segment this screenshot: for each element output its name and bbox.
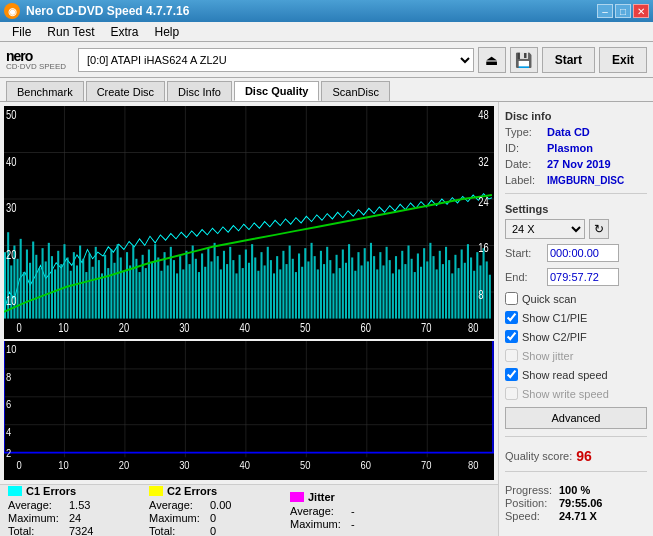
menu-file[interactable]: File bbox=[4, 23, 39, 41]
svg-rect-36 bbox=[82, 259, 84, 319]
c2-max-label: Maximum: bbox=[149, 512, 209, 524]
svg-rect-45 bbox=[110, 249, 112, 318]
lower-chart: 10 8 6 4 2 0 10 20 30 40 50 60 70 80 bbox=[4, 341, 494, 481]
svg-text:80: 80 bbox=[468, 321, 478, 334]
c1-max-val: 24 bbox=[69, 512, 119, 524]
tab-benchmark[interactable]: Benchmark bbox=[6, 81, 84, 101]
menu-run-test[interactable]: Run Test bbox=[39, 23, 102, 41]
logo-sub: CD·DVD SPEED bbox=[6, 63, 66, 71]
c2-total-val: 0 bbox=[210, 525, 260, 537]
divider-3 bbox=[505, 471, 647, 472]
read-speed-checkbox[interactable] bbox=[505, 368, 518, 381]
title-bar: ◉ Nero CD-DVD Speed 4.7.7.16 – □ ✕ bbox=[0, 0, 653, 22]
svg-rect-136 bbox=[395, 256, 397, 318]
quick-scan-label: Quick scan bbox=[522, 293, 576, 305]
svg-rect-71 bbox=[192, 246, 194, 319]
save-button[interactable]: 💾 bbox=[510, 47, 538, 73]
svg-rect-129 bbox=[373, 256, 375, 318]
tab-disc-quality[interactable]: Disc Quality bbox=[234, 81, 320, 101]
advanced-button[interactable]: Advanced bbox=[505, 407, 647, 429]
menu-bar: File Run Test Extra Help bbox=[0, 22, 653, 42]
refresh-button[interactable]: ↻ bbox=[589, 219, 609, 239]
speed-row2: Speed: 24.71 X bbox=[505, 510, 647, 522]
c1-color bbox=[8, 486, 22, 496]
exit-button[interactable]: Exit bbox=[599, 47, 647, 73]
svg-rect-157 bbox=[461, 249, 463, 318]
svg-rect-85 bbox=[235, 273, 237, 318]
svg-rect-165 bbox=[486, 261, 488, 318]
close-button[interactable]: ✕ bbox=[633, 4, 649, 18]
type-val: Data CD bbox=[547, 126, 590, 138]
svg-rect-137 bbox=[398, 269, 400, 318]
svg-rect-116 bbox=[332, 273, 334, 318]
svg-rect-102 bbox=[289, 246, 291, 319]
svg-rect-81 bbox=[223, 251, 225, 319]
jitter-checkbox[interactable] bbox=[505, 349, 518, 362]
speed-val: 24.71 X bbox=[559, 510, 597, 522]
svg-rect-119 bbox=[342, 249, 344, 318]
disc-info-label: Disc info bbox=[505, 110, 647, 122]
eject-button[interactable]: ⏏ bbox=[478, 47, 506, 73]
c1-avg-label: Average: bbox=[8, 499, 68, 511]
svg-rect-140 bbox=[407, 246, 409, 319]
minimize-button[interactable]: – bbox=[597, 4, 613, 18]
speed-select[interactable]: Maximum4 X8 X16 X24 X32 X40 X48 X bbox=[505, 219, 585, 239]
tab-bar: Benchmark Create Disc Disc Info Disc Qua… bbox=[0, 78, 653, 102]
svg-rect-98 bbox=[276, 256, 278, 318]
start-key: Start: bbox=[505, 247, 543, 259]
write-speed-checkbox[interactable] bbox=[505, 387, 518, 400]
c2pif-checkbox[interactable] bbox=[505, 330, 518, 343]
progress-val: 100 % bbox=[559, 484, 590, 496]
tab-disc-info[interactable]: Disc Info bbox=[167, 81, 232, 101]
maximize-button[interactable]: □ bbox=[615, 4, 631, 18]
svg-text:50: 50 bbox=[6, 108, 16, 121]
write-speed-row[interactable]: Show write speed bbox=[505, 387, 647, 400]
svg-rect-61 bbox=[160, 271, 162, 319]
menu-extra[interactable]: Extra bbox=[102, 23, 146, 41]
svg-rect-30 bbox=[63, 244, 65, 318]
svg-rect-139 bbox=[404, 264, 406, 318]
svg-text:24: 24 bbox=[478, 195, 488, 208]
divider-1 bbox=[505, 193, 647, 194]
menu-help[interactable]: Help bbox=[147, 23, 188, 41]
svg-rect-83 bbox=[229, 247, 231, 319]
svg-rect-89 bbox=[248, 263, 250, 319]
start-input[interactable] bbox=[547, 244, 619, 262]
read-speed-row[interactable]: Show read speed bbox=[505, 368, 647, 381]
speed-row: Maximum4 X8 X16 X24 X32 X40 X48 X ↻ bbox=[505, 219, 647, 239]
c2-total-label: Total: bbox=[149, 525, 209, 537]
svg-rect-110 bbox=[314, 256, 316, 318]
quality-key: Quality score: bbox=[505, 450, 572, 462]
c1pie-checkbox[interactable] bbox=[505, 311, 518, 324]
svg-rect-79 bbox=[217, 256, 219, 318]
svg-text:8: 8 bbox=[6, 371, 12, 383]
c1pie-row[interactable]: Show C1/PIE bbox=[505, 311, 647, 324]
end-row: End: bbox=[505, 268, 647, 286]
svg-text:30: 30 bbox=[6, 201, 16, 214]
svg-rect-72 bbox=[195, 259, 197, 319]
jitter-row[interactable]: Show jitter bbox=[505, 349, 647, 362]
svg-rect-52 bbox=[132, 246, 134, 319]
tab-scandisc[interactable]: ScanDisc bbox=[321, 81, 389, 101]
drive-select[interactable]: [0:0] ATAPI iHAS624 A ZL2U bbox=[78, 48, 474, 72]
svg-rect-63 bbox=[167, 265, 169, 318]
svg-rect-69 bbox=[185, 251, 187, 319]
svg-text:32: 32 bbox=[478, 155, 488, 168]
svg-rect-100 bbox=[282, 251, 284, 319]
svg-rect-150 bbox=[439, 251, 441, 319]
tab-create-disc[interactable]: Create Disc bbox=[86, 81, 165, 101]
start-button[interactable]: Start bbox=[542, 47, 595, 73]
svg-rect-15 bbox=[17, 259, 19, 319]
svg-text:10: 10 bbox=[58, 459, 69, 471]
svg-rect-160 bbox=[470, 257, 472, 318]
svg-rect-105 bbox=[298, 253, 300, 318]
c2pif-row[interactable]: Show C2/PIF bbox=[505, 330, 647, 343]
quick-scan-row[interactable]: Quick scan bbox=[505, 292, 647, 305]
end-key: End: bbox=[505, 271, 543, 283]
end-input[interactable] bbox=[547, 268, 619, 286]
quick-scan-checkbox[interactable] bbox=[505, 292, 518, 305]
svg-rect-66 bbox=[176, 273, 178, 318]
position-val: 79:55.06 bbox=[559, 497, 602, 509]
svg-rect-32 bbox=[70, 271, 72, 319]
svg-rect-59 bbox=[154, 244, 156, 318]
